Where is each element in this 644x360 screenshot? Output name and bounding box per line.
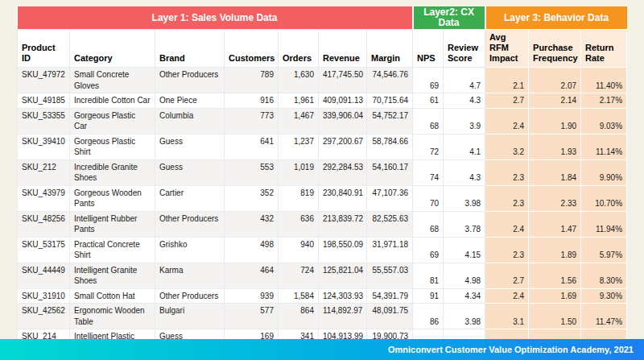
table-row: SKU_31910Small Cotton HatOther Producers…	[18, 288, 627, 304]
cell-review-score: 3.78	[444, 211, 485, 237]
layer-band-row: Layer 1: Sales Volume Data Layer2: CX Da…	[18, 6, 627, 30]
cell-brand: Guess	[155, 134, 225, 159]
cell-revenue: 417,745.50	[319, 68, 367, 93]
cell-category: Incredible Granite Shoes	[70, 159, 155, 185]
cell-rfm: 2.4	[485, 211, 529, 237]
table-row: SKU_49185Incredible Cotton CarOne Piece9…	[18, 93, 627, 109]
cell-return-rate: 11.94%	[581, 211, 627, 237]
layer3-band: Layer 3: Behavior Data	[485, 6, 627, 30]
cell-return-rate: 11.14%	[581, 134, 627, 159]
cell-review-score: 3.98	[444, 304, 485, 329]
cell-orders: 1,584	[279, 288, 319, 304]
cell-product-id: SKU_49185	[18, 93, 70, 109]
cell-nps: 68	[413, 108, 444, 134]
cell-purchase-frequency: 1.84	[529, 159, 581, 185]
cell-nps: 68	[413, 211, 444, 237]
cell-product-id: SKU_212	[18, 159, 70, 185]
cell-return-rate: 11.47%	[581, 304, 627, 329]
layer2-band: Layer2: CX Data	[413, 6, 485, 30]
report-slide: Layer 1: Sales Volume Data Layer2: CX Da…	[17, 6, 626, 360]
table-row: SKU_42562Ergonomic Wooden TableBulgari57…	[18, 304, 627, 329]
col-header-nps: NPS	[413, 30, 444, 68]
cell-margin: 70,715.64	[367, 93, 413, 109]
cell-margin: 31,971.18	[367, 237, 413, 263]
cell-purchase-frequency: 1.89	[529, 237, 581, 263]
cell-category: Gorgeous Wooden Pants	[70, 185, 155, 211]
cell-orders: 1,467	[279, 108, 319, 134]
cell-product-id: SKU_53175	[18, 237, 70, 263]
cell-purchase-frequency: 2.07	[529, 68, 581, 93]
cell-product-id: SKU_47972	[18, 68, 70, 93]
cell-customers: 432	[225, 211, 279, 237]
cell-product-id: SKU_39410	[18, 134, 70, 159]
cell-nps: 74	[413, 159, 444, 185]
cell-customers: 641	[225, 134, 279, 159]
cell-revenue: 198,550.09	[319, 237, 367, 263]
col-header-purchase-frequency: Purchase Frequency	[529, 30, 581, 68]
cell-return-rate: 11.40%	[581, 68, 627, 93]
cell-review-score: 4.34	[444, 288, 485, 304]
cell-nps: 91	[413, 288, 444, 304]
cell-orders: 1,961	[279, 93, 319, 109]
cell-brand: Grishko	[155, 237, 225, 263]
cell-rfm: 2.7	[485, 93, 529, 109]
cell-margin: 54,391.79	[367, 288, 413, 304]
cell-nps: 61	[413, 93, 444, 109]
cell-rfm: 2.7	[485, 263, 529, 288]
footer-banner: Omniconvert Customer Value Optimization …	[0, 339, 644, 360]
cell-orders: 940	[279, 237, 319, 263]
cell-category: Ergonomic Wooden Table	[70, 304, 155, 329]
cell-customers: 773	[225, 108, 279, 134]
cell-category: Intelligent Rubber Pants	[70, 211, 155, 237]
column-header-row: Product ID Category Brand Customers Orde…	[18, 30, 627, 68]
cell-orders: 724	[279, 263, 319, 288]
cell-review-score: 4.7	[444, 68, 485, 93]
cell-return-rate: 8.30%	[581, 263, 627, 288]
cell-margin: 74,546.76	[367, 68, 413, 93]
cell-margin: 58,784.66	[367, 134, 413, 159]
table-row: SKU_44449Intelligent Granite ShoesKarma4…	[18, 263, 627, 288]
col-header-return-rate: Return Rate	[581, 30, 627, 68]
cell-purchase-frequency: 2.33	[529, 185, 581, 211]
col-header-orders: Orders	[279, 30, 319, 68]
cell-return-rate: 9.03%	[581, 108, 627, 134]
cell-revenue: 292,284.53	[319, 159, 367, 185]
cell-nps: 69	[413, 237, 444, 263]
cell-brand: Cartier	[155, 185, 225, 211]
cell-customers: 916	[225, 93, 279, 109]
cell-product-id: SKU_44449	[18, 263, 70, 288]
table-row: SKU_48256Intelligent Rubber PantsOther P…	[18, 211, 627, 237]
col-header-margin: Margin	[367, 30, 413, 68]
table-body: SKU_47972Small Concrete GlovesOther Prod…	[18, 68, 627, 360]
cell-brand: Columbia	[155, 108, 225, 134]
cell-brand: Guess	[155, 159, 225, 185]
cell-product-id: SKU_42562	[18, 304, 70, 329]
cell-category: Gorgeous Plastic Shirt	[70, 134, 155, 159]
cell-orders: 1,019	[279, 159, 319, 185]
cell-revenue: 114,892.97	[319, 304, 367, 329]
cell-review-score: 3.98	[444, 185, 485, 211]
cell-return-rate: 2.17%	[581, 93, 627, 109]
cell-category: Small Cotton Hat	[70, 288, 155, 304]
cell-rfm: 2.3	[485, 159, 529, 185]
cell-review-score: 4.3	[444, 93, 485, 109]
cell-return-rate: 9.90%	[581, 159, 627, 185]
layer1-band: Layer 1: Sales Volume Data	[18, 6, 413, 30]
col-header-product-id: Product ID	[18, 30, 70, 68]
cell-margin: 54,160.17	[367, 159, 413, 185]
cell-category: Practical Concrete Shirt	[70, 237, 155, 263]
cell-customers: 498	[225, 237, 279, 263]
cell-customers: 577	[225, 304, 279, 329]
footer-credit-text: Omniconvert Customer Value Optimization …	[388, 345, 634, 354]
cell-orders: 1,630	[279, 68, 319, 93]
cell-revenue: 230,840.91	[319, 185, 367, 211]
cell-purchase-frequency: 1.93	[529, 134, 581, 159]
cell-return-rate: 5.97%	[581, 237, 627, 263]
cell-customers: 789	[225, 68, 279, 93]
col-header-customers: Customers	[225, 30, 279, 68]
cell-customers: 464	[225, 263, 279, 288]
cell-category: Intelligent Granite Shoes	[70, 263, 155, 288]
table-row: SKU_212Incredible Granite ShoesGuess5531…	[18, 159, 627, 185]
cell-revenue: 297,200.67	[319, 134, 367, 159]
cell-rfm: 2.4	[485, 288, 529, 304]
